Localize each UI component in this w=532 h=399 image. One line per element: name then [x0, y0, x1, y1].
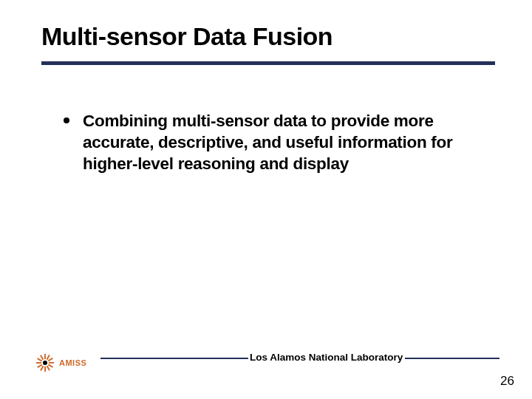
logo: AMISS — [35, 353, 86, 372]
bullet-item: Combining multi-sensor data to provide m… — [64, 111, 491, 174]
footer-label: Los Alamos National Laboratory — [250, 352, 403, 363]
body-area: Combining multi-sensor data to provide m… — [64, 111, 491, 174]
footer-rule-right — [405, 358, 499, 359]
slide: Multi-sensor Data Fusion Combining multi… — [0, 0, 532, 399]
logo-mark-icon — [35, 353, 55, 372]
page-number: 26 — [500, 374, 514, 389]
title-area: Multi-sensor Data Fusion — [41, 22, 502, 65]
footer: AMISS Los Alamos National Laboratory — [0, 343, 532, 375]
bullet-dot-icon — [64, 117, 69, 123]
title-underline — [41, 61, 495, 65]
slide-title: Multi-sensor Data Fusion — [41, 22, 502, 51]
logo-center-icon — [41, 359, 49, 366]
logo-text: AMISS — [59, 358, 86, 367]
footer-rule-left — [100, 358, 248, 359]
bullet-text: Combining multi-sensor data to provide m… — [83, 111, 491, 174]
